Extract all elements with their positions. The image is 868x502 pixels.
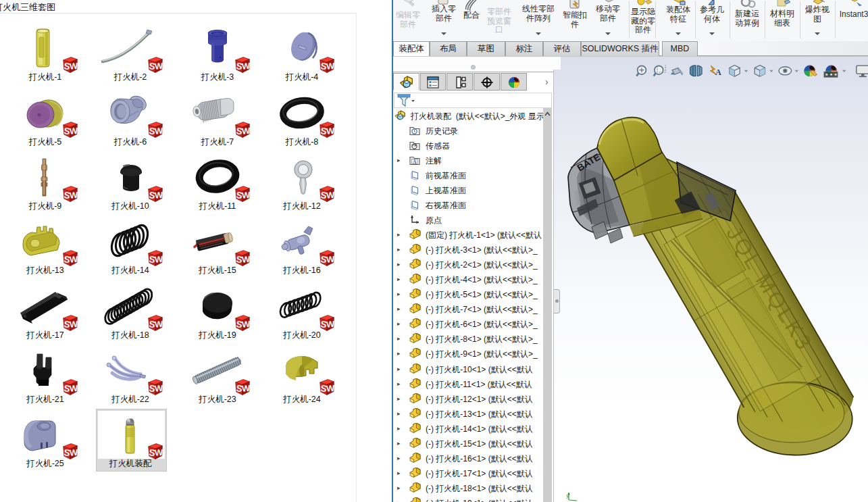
svg-text:W: W — [154, 254, 163, 265]
svg-text:W: W — [241, 61, 251, 72]
svg-text:W: W — [326, 190, 335, 201]
svg-text:W: W — [69, 318, 78, 329]
svg-text:W: W — [69, 254, 78, 265]
svg-text:W: W — [326, 318, 335, 329]
svg-text:W: W — [154, 61, 163, 72]
svg-text:W: W — [241, 125, 251, 136]
svg-text:W: W — [69, 125, 78, 136]
svg-text:A: A — [413, 159, 417, 165]
svg-text:W: W — [154, 318, 163, 329]
svg-text:W: W — [326, 125, 335, 136]
svg-text:W: W — [69, 61, 78, 72]
svg-text:W: W — [69, 382, 78, 393]
svg-text:W: W — [69, 190, 78, 201]
svg-text:y: y — [567, 493, 569, 499]
svg-text:W: W — [241, 190, 251, 201]
svg-text:W: W — [326, 382, 335, 393]
svg-text:W: W — [326, 61, 335, 72]
svg-text:W: W — [154, 447, 163, 458]
svg-text:W: W — [69, 447, 78, 458]
svg-text:W: W — [154, 125, 163, 136]
svg-text:W: W — [154, 190, 163, 201]
svg-text:W: W — [241, 254, 251, 265]
svg-text:A: A — [715, 68, 721, 77]
svg-text:W: W — [154, 382, 163, 393]
svg-text:W: W — [241, 318, 251, 329]
svg-text:W: W — [241, 382, 251, 393]
svg-text:W: W — [326, 254, 335, 265]
